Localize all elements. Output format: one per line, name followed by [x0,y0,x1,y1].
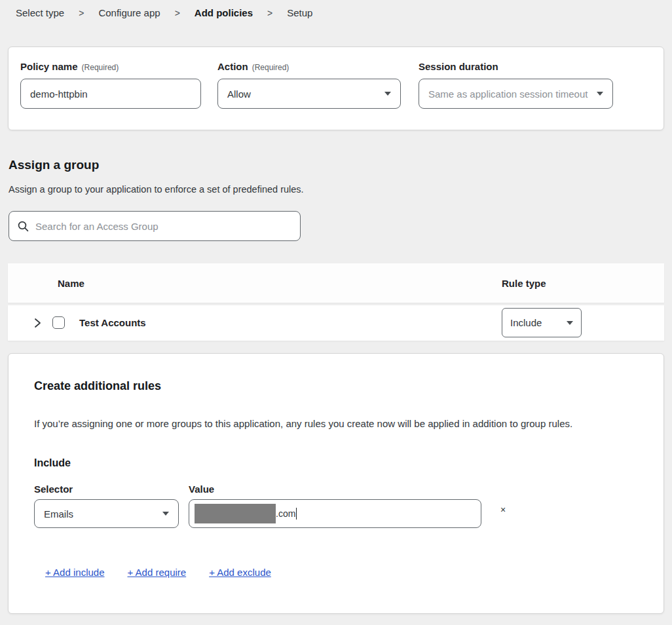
group-name: Test Accounts [79,317,146,328]
policy-name-field-group: Policy name (Required) demo-httpbin [20,61,201,109]
table-row: Test Accounts Include [8,305,664,341]
rule-type-selected-value: Include [510,317,542,328]
breadcrumb-add-policies[interactable]: Add policies [195,7,253,18]
breadcrumb-separator: > [175,8,180,18]
text-cursor [296,508,297,520]
add-require-link[interactable]: + Add require [128,567,187,578]
expand-chevron-right-icon[interactable] [33,318,42,328]
selector-label: Selector [34,483,73,495]
breadcrumb: Select type > Configure app > Add polici… [16,7,312,18]
session-duration-field-group: Session duration Same as application ses… [419,61,613,109]
action-selected-value: Allow [227,88,251,100]
include-section-heading: Include [34,457,71,469]
rule-value-visible-text: .com [276,508,295,519]
add-policies-page: Select type > Configure app > Add polici… [0,0,672,625]
add-rule-links: + Add include + Add require + Add exclud… [45,567,271,578]
breadcrumb-separator: > [79,8,84,18]
breadcrumb-separator: > [267,8,272,18]
policy-basics-card: Policy name (Required) demo-httpbin Acti… [8,47,664,130]
search-icon [18,221,29,232]
policy-name-required-hint: (Required) [82,63,119,72]
group-table-header: Name Rule type [8,263,664,303]
column-header-name: Name [58,278,84,289]
action-field-group: Action (Required) Allow [217,61,401,109]
rule-value-input[interactable]: .com [189,499,481,528]
column-header-rule-type: Rule type [502,278,546,289]
assign-group-heading: Assign a group [9,158,99,172]
action-required-hint: (Required) [252,63,289,72]
session-duration-selected-value: Same as application session timeout [428,88,588,100]
value-label: Value [189,483,214,495]
selector-selected-value: Emails [44,508,73,520]
row-checkbox[interactable] [52,316,65,329]
selector-select[interactable]: Emails [34,499,179,528]
session-duration-label: Session duration [419,61,498,72]
redacted-value [195,504,276,523]
chevron-down-icon [567,321,573,325]
action-select[interactable]: Allow [217,79,401,109]
session-duration-select[interactable]: Same as application session timeout [419,79,613,109]
remove-rule-button[interactable]: × [498,504,508,515]
access-group-search-input[interactable]: Search for an Access Group [9,211,301,241]
chevron-down-icon [597,92,603,96]
assign-group-description: Assign a group to your application to en… [9,184,304,195]
search-placeholder: Search for an Access Group [35,221,159,232]
breadcrumb-select-type[interactable]: Select type [16,7,64,18]
policy-name-label: Policy name [20,61,78,72]
rule-type-select[interactable]: Include [502,308,582,337]
policy-name-value: demo-httpbin [30,88,88,100]
additional-rules-card: Create additional rules If you’re assign… [8,353,664,614]
add-exclude-link[interactable]: + Add exclude [209,567,271,578]
policy-name-input[interactable]: demo-httpbin [20,79,201,109]
chevron-down-icon [162,512,169,516]
add-include-link[interactable]: + Add include [45,567,105,578]
breadcrumb-configure-app[interactable]: Configure app [98,7,160,18]
additional-rules-description: If you’re assigning one or more groups t… [34,418,572,429]
additional-rules-heading: Create additional rules [34,379,161,393]
breadcrumb-setup[interactable]: Setup [287,7,312,18]
action-label: Action [217,61,248,72]
chevron-down-icon [384,92,391,96]
